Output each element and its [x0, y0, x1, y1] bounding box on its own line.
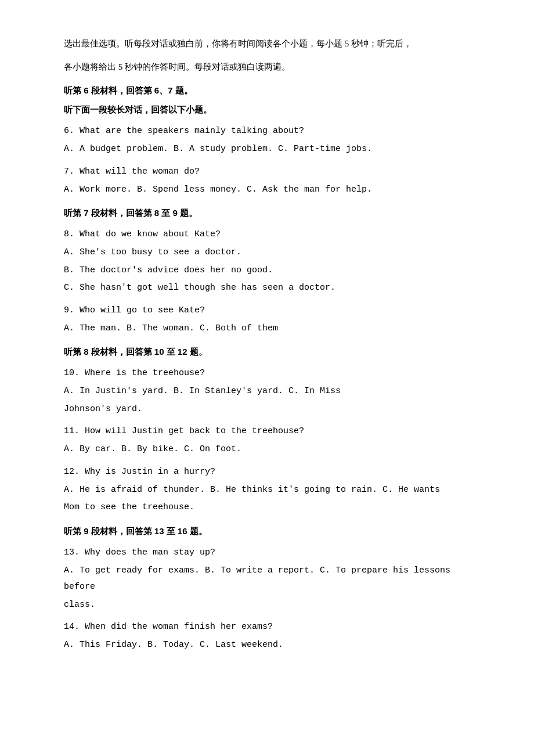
- option-line-3-1-0: A. This Friday. B. Today. C. Last weeken…: [64, 637, 470, 654]
- question-3-1: 14. When did the woman finish her exams?…: [64, 619, 470, 654]
- intro-line2: 各小题将给出 5 秒钟的作答时间。每段对话或独白读两遍。: [64, 58, 470, 75]
- section-header-1: 听第 7 段材料，回答第 8 至 9 题。: [64, 205, 470, 221]
- options-3-1: A. This Friday. B. Today. C. Last weeken…: [64, 637, 470, 654]
- question-text-2-1: 11. How will Justin get back to the tree…: [64, 423, 470, 439]
- option-line-1-0-2: C. She hasn't got well though she has se…: [64, 280, 470, 297]
- question-text-0-0: 6. What are the speakers mainly talking …: [64, 123, 470, 139]
- question-2-2: 12. Why is Justin in a hurry?A. He is af…: [64, 464, 470, 516]
- option-line-3-0-1: class.: [64, 597, 470, 614]
- section-2: 听第 8 段材料，回答第 10 至 12 题。10. Where is the …: [64, 344, 470, 516]
- section-header-2: 听第 8 段材料，回答第 10 至 12 题。: [64, 344, 470, 359]
- question-2-0: 10. Where is the treehouse?A. In Justin'…: [64, 365, 470, 417]
- option-line-0-1-0: A. Work more. B. Spend less money. C. As…: [64, 182, 470, 199]
- question-0-0: 6. What are the speakers mainly talking …: [64, 123, 470, 158]
- option-line-2-1-0: A. By car. B. By bike. C. On foot.: [64, 441, 470, 458]
- question-3-0: 13. Why does the man stay up?A. To get r…: [64, 545, 470, 614]
- question-text-3-1: 14. When did the woman finish her exams?: [64, 619, 470, 635]
- question-0-1: 7. What will the woman do?A. Work more. …: [64, 164, 470, 199]
- question-1-1: 9. Who will go to see Kate?A. The man. B…: [64, 303, 470, 337]
- question-text-1-1: 9. Who will go to see Kate?: [64, 303, 470, 318]
- section-0: 听第 6 段材料，回答第 6、7 题。听下面一段较长对话，回答以下小题。6. W…: [64, 82, 470, 198]
- options-0-0: A. A budget problem. B. A study problem.…: [64, 141, 470, 158]
- question-text-2-2: 12. Why is Justin in a hurry?: [64, 464, 470, 480]
- intro-paragraph: 选出最佳选项。听每段对话或独白前，你将有时间阅读各个小题，每小题 5 秒钟；听完…: [64, 35, 470, 75]
- option-line-2-2-1: Mom to see the treehouse.: [64, 499, 470, 516]
- question-text-3-0: 13. Why does the man stay up?: [64, 545, 470, 560]
- option-line-3-0-0: A. To get ready for exams. B. To write a…: [64, 563, 470, 596]
- option-line-1-1-0: A. The man. B. The woman. C. Both of the…: [64, 321, 470, 337]
- option-line-0-0-0: A. A budget problem. B. A study problem.…: [64, 141, 470, 158]
- question-1-0: 8. What do we know about Kate?A. She's t…: [64, 226, 470, 297]
- options-3-0: A. To get ready for exams. B. To write a…: [64, 563, 470, 614]
- section-header-0: 听第 6 段材料，回答第 6、7 题。: [64, 82, 470, 98]
- options-0-1: A. Work more. B. Spend less money. C. As…: [64, 182, 470, 199]
- section-subheader-0: 听下面一段较长对话，回答以下小题。: [64, 102, 470, 117]
- question-text-1-0: 8. What do we know about Kate?: [64, 226, 470, 242]
- option-line-1-0-0: A. She's too busy to see a doctor.: [64, 244, 470, 261]
- options-2-0: A. In Justin's yard. B. In Stanley's yar…: [64, 383, 470, 417]
- question-2-1: 11. How will Justin get back to the tree…: [64, 423, 470, 458]
- section-header-3: 听第 9 段材料，回答第 13 至 16 题。: [64, 523, 470, 539]
- options-1-1: A. The man. B. The woman. C. Both of the…: [64, 321, 470, 337]
- option-line-2-0-1: Johnson's yard.: [64, 401, 470, 418]
- section-3: 听第 9 段材料，回答第 13 至 16 题。13. Why does the …: [64, 523, 470, 654]
- section-1: 听第 7 段材料，回答第 8 至 9 题。8. What do we know …: [64, 205, 470, 337]
- option-line-2-0-0: A. In Justin's yard. B. In Stanley's yar…: [64, 383, 470, 400]
- option-line-1-0-1: B. The doctor's advice does her no good.: [64, 262, 470, 279]
- intro-line1: 选出最佳选项。听每段对话或独白前，你将有时间阅读各个小题，每小题 5 秒钟；听完…: [64, 35, 470, 52]
- question-text-2-0: 10. Where is the treehouse?: [64, 365, 470, 381]
- option-line-2-2-0: A. He is afraid of thunder. B. He thinks…: [64, 482, 470, 499]
- question-text-0-1: 7. What will the woman do?: [64, 164, 470, 179]
- options-1-0: A. She's too busy to see a doctor.B. The…: [64, 244, 470, 297]
- options-2-1: A. By car. B. By bike. C. On foot.: [64, 441, 470, 458]
- options-2-2: A. He is afraid of thunder. B. He thinks…: [64, 482, 470, 516]
